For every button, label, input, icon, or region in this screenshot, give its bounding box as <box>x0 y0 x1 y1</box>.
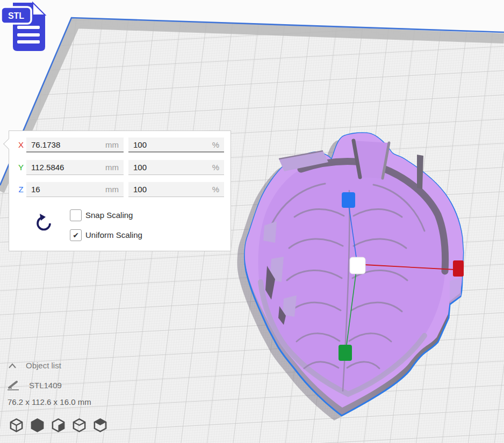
view-3d-button[interactable] <box>9 417 24 434</box>
scale-y-field[interactable]: % <box>128 160 224 175</box>
object-list-title: Object list <box>26 361 61 370</box>
camera-view-toolbar <box>9 417 108 434</box>
pencil-icon <box>6 379 20 391</box>
uniform-scaling-label: Uniform Scaling <box>85 230 142 239</box>
document-fold-corner <box>33 3 45 15</box>
scale-x-field[interactable]: % <box>128 137 224 152</box>
axis-label-x: X <box>15 140 27 149</box>
view-left-button[interactable] <box>51 417 66 434</box>
size-x-input[interactable] <box>31 140 105 149</box>
uniform-scaling-checkbox[interactable]: ✔ <box>70 229 82 241</box>
scale-y-unit: % <box>212 163 219 172</box>
snap-scaling-label: Snap Scaling <box>85 210 133 220</box>
size-x-field[interactable]: mm <box>26 137 124 152</box>
scale-y-input[interactable] <box>133 163 212 172</box>
cube-solid-icon <box>30 417 45 434</box>
object-list-item[interactable]: STL1409 <box>6 379 62 391</box>
snap-scaling-checkbox[interactable] <box>70 209 82 221</box>
cube-top-face-icon <box>92 417 108 434</box>
scale-z-field[interactable]: % <box>128 182 224 197</box>
view-right-button[interactable] <box>71 417 87 434</box>
stl-file-icon[interactable]: STL <box>0 0 52 54</box>
scale-handle-z[interactable] <box>342 192 355 208</box>
axis-label-y: Y <box>15 163 27 172</box>
reset-scale-button[interactable] <box>34 212 54 233</box>
cube-wireframe-icon <box>9 417 24 434</box>
object-list-header-row[interactable]: Object list <box>8 361 61 370</box>
view-top-button[interactable] <box>92 417 108 434</box>
object-list-item-label: STL1409 <box>29 381 62 390</box>
size-x-unit: mm <box>105 140 119 149</box>
size-z-input[interactable] <box>31 185 105 194</box>
uniform-check-glyph: ✔ <box>73 231 79 239</box>
cube-right-face-icon <box>51 417 66 434</box>
scale-tool-panel: X mm % Y mm % Z mm % <box>9 130 231 251</box>
size-y-field[interactable]: mm <box>26 160 124 175</box>
stl-badge-label: STL <box>8 11 24 20</box>
scale-z-input[interactable] <box>133 185 212 194</box>
scale-handle-y[interactable] <box>339 345 352 361</box>
scale-handle-center[interactable] <box>350 257 365 274</box>
application-window: STL X mm % Y mm % Z mm % <box>0 0 504 443</box>
model-dimensions-text: 76.2 x 112.6 x 16.0 mm <box>8 397 91 406</box>
rotate-ccw-icon <box>34 212 54 233</box>
size-y-unit: mm <box>105 163 119 172</box>
scale-z-unit: % <box>212 185 219 194</box>
scale-handle-x[interactable] <box>453 260 464 277</box>
size-z-field[interactable]: mm <box>26 182 124 197</box>
size-y-input[interactable] <box>31 163 105 172</box>
chevron-up-icon <box>8 362 17 369</box>
scale-x-unit: % <box>212 140 219 149</box>
cube-top-edge-icon <box>71 417 87 434</box>
view-front-button[interactable] <box>30 417 45 434</box>
scale-x-input[interactable] <box>133 140 212 149</box>
axis-label-z: Z <box>15 185 27 194</box>
size-z-unit: mm <box>105 185 119 194</box>
